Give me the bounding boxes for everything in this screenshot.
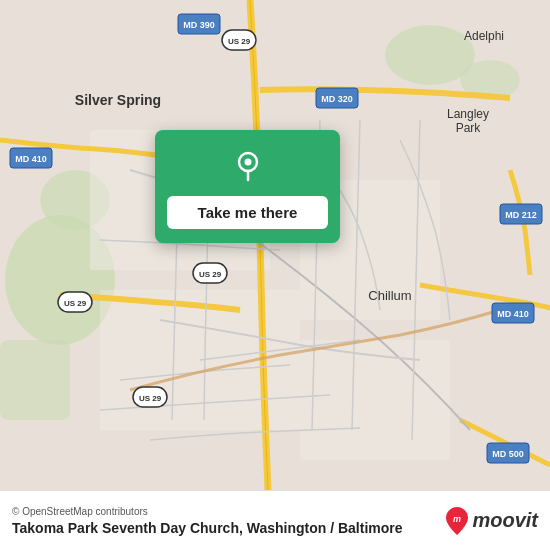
svg-text:MD 390: MD 390 xyxy=(183,20,215,30)
moovit-wordmark: moovit xyxy=(472,509,538,532)
svg-text:MD 500: MD 500 xyxy=(492,449,524,459)
svg-text:Langley: Langley xyxy=(447,107,489,121)
bottom-info: © OpenStreetMap contributors Takoma Park… xyxy=(12,506,403,536)
svg-text:Adelphi: Adelphi xyxy=(464,29,504,43)
svg-text:MD 212: MD 212 xyxy=(505,210,537,220)
svg-text:US 29: US 29 xyxy=(199,270,222,279)
map-svg: MD 390 US 29 MD 320 MD 410 MD 410 US 29 … xyxy=(0,0,550,490)
svg-text:Silver Spring: Silver Spring xyxy=(75,92,161,108)
popup-card: Take me there xyxy=(155,130,340,243)
svg-rect-3 xyxy=(0,340,70,420)
svg-text:US 29: US 29 xyxy=(139,394,162,403)
svg-text:MD 320: MD 320 xyxy=(321,94,353,104)
bottom-bar: © OpenStreetMap contributors Takoma Park… xyxy=(0,490,550,550)
svg-text:MD 410: MD 410 xyxy=(15,154,47,164)
svg-text:Chillum: Chillum xyxy=(368,288,411,303)
svg-rect-9 xyxy=(300,340,450,460)
location-pin-icon xyxy=(227,144,269,186)
place-name: Takoma Park Seventh Day Church, Washingt… xyxy=(12,520,403,536)
map-container: MD 390 US 29 MD 320 MD 410 MD 410 US 29 … xyxy=(0,0,550,490)
svg-text:Park: Park xyxy=(456,121,482,135)
moovit-logo: m moovit xyxy=(446,507,538,535)
moovit-pin-icon: m xyxy=(446,507,468,535)
take-me-there-button[interactable]: Take me there xyxy=(167,196,328,229)
svg-text:US 29: US 29 xyxy=(64,299,87,308)
svg-text:m: m xyxy=(453,514,461,524)
osm-attribution: © OpenStreetMap contributors xyxy=(12,506,403,517)
svg-text:MD 410: MD 410 xyxy=(497,309,529,319)
svg-text:US 29: US 29 xyxy=(228,37,251,46)
svg-point-37 xyxy=(244,159,251,166)
